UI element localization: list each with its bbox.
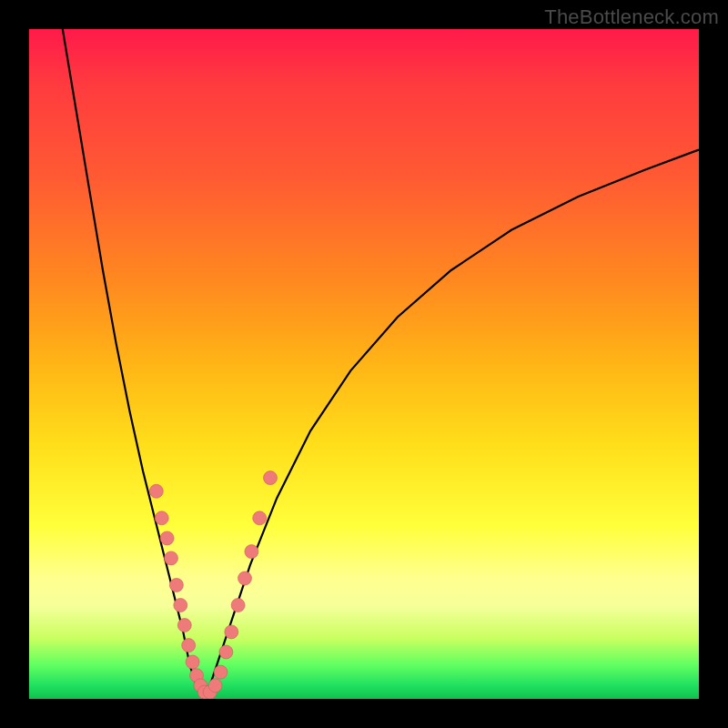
curve-right-branch [203, 150, 699, 700]
watermark-text: TheBottleneck.com [544, 5, 719, 29]
scatter-dot [155, 511, 168, 525]
scatter-dot [177, 619, 191, 632]
scatter-dot [214, 665, 228, 679]
scatter-dot [149, 484, 163, 498]
chart-frame: TheBottleneck.com [0, 0, 728, 728]
scatter-dot [160, 531, 174, 545]
plot-area [29, 29, 699, 699]
dot-group [149, 471, 277, 699]
scatter-dot [231, 599, 245, 612]
scatter-dot [238, 571, 252, 585]
scatter-dot [165, 551, 178, 565]
scatter-dot [186, 655, 199, 669]
curve-group [63, 29, 699, 699]
scatter-dot [245, 545, 258, 559]
scatter-dot [182, 639, 196, 652]
scatter-dot [219, 645, 233, 659]
scatter-dot [264, 471, 278, 485]
scatter-dot [174, 599, 187, 612]
scatter-dot [225, 625, 238, 639]
chart-svg [29, 29, 699, 699]
scatter-dot [253, 511, 267, 525]
scatter-dot [169, 578, 183, 592]
scatter-dot [208, 679, 222, 693]
